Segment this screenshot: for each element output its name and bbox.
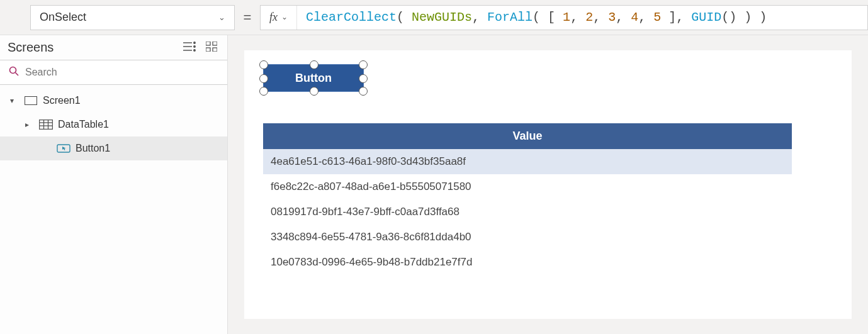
resize-handle-bottom-left[interactable] (259, 87, 268, 96)
tree-item-label: DataTable1 (58, 119, 109, 130)
caret-icon[interactable]: ▾ (10, 96, 19, 105)
svg-point-3 (194, 42, 195, 43)
table-row[interactable]: 4ea61e51-c613-46a1-98f0-3d43bf35aa8f (263, 149, 792, 174)
chevron-down-icon: ⌄ (218, 13, 225, 22)
svg-rect-9 (213, 48, 217, 52)
table-row[interactable]: f6e8c22c-a807-48ad-a6e1-b55505071580 (263, 174, 792, 199)
fx-button[interactable]: fx ⌄ (261, 6, 297, 30)
table-row[interactable]: 3348c894-6e55-4781-9a36-8c6f81dda4b0 (263, 225, 792, 250)
search-icon (9, 66, 19, 79)
data-table[interactable]: Value 4ea61e51-c613-46a1-98f0-3d43bf35aa… (263, 123, 792, 275)
canvas-area: Button Value 4ea61e51-c613-46a1-98f0-3d4… (228, 35, 868, 334)
property-dropdown[interactable]: OnSelect ⌄ (30, 5, 235, 30)
resize-handle-middle-left[interactable] (259, 74, 268, 83)
caret-icon[interactable]: ▸ (25, 120, 34, 129)
data-table-body: 4ea61e51-c613-46a1-98f0-3d43bf35aa8ff6e8… (263, 149, 792, 275)
table-row[interactable]: 0819917d-9bf1-43e7-9bff-c0aa7d3ffa68 (263, 199, 792, 225)
formula-bar-row: OnSelect ⌄ = fx ⌄ ClearCollect( NewGUIDs… (0, 0, 868, 35)
tree-item[interactable]: Button1 (0, 136, 227, 160)
resize-handle-bottom-right[interactable] (359, 87, 368, 96)
resize-handle-top-right[interactable] (359, 60, 368, 69)
formula-bar[interactable]: fx ⌄ ClearCollect( NewGUIDs, ForAll( [ 1… (260, 5, 868, 30)
button-icon (57, 143, 70, 154)
svg-rect-8 (206, 48, 210, 52)
tree-view-title: Screens (8, 40, 54, 55)
svg-rect-7 (213, 42, 217, 45)
tree-item-label: Screen1 (43, 95, 81, 106)
chevron-down-icon: ⌄ (281, 13, 288, 22)
resize-handle-bottom-center[interactable] (310, 87, 318, 96)
svg-rect-12 (40, 120, 53, 130)
svg-point-10 (10, 67, 16, 74)
screen-tree: ▾Screen1▸DataTable1Button1 (0, 85, 227, 164)
data-table-header[interactable]: Value (263, 123, 792, 149)
formula-text[interactable]: ClearCollect( NewGUIDs, ForAll( [ 1, 2, … (297, 10, 867, 25)
tree-item[interactable]: ▾Screen1 (0, 89, 227, 113)
resize-handle-top-center[interactable] (310, 60, 318, 69)
property-dropdown-value: OnSelect (40, 11, 86, 24)
list-view-icon[interactable] (183, 40, 196, 55)
screen-stage[interactable]: Button Value 4ea61e51-c613-46a1-98f0-3d4… (244, 50, 852, 319)
thumbnail-view-icon[interactable] (206, 40, 217, 55)
resize-handle-top-left[interactable] (259, 60, 268, 69)
tree-view-panel: Screens ▾Screen1▸DataTable1Button1 (0, 35, 228, 334)
svg-point-5 (194, 50, 195, 51)
button-control[interactable]: Button (263, 64, 364, 92)
selected-control-wrapper: Button (263, 64, 364, 92)
datatable-icon (39, 119, 53, 130)
search-box[interactable] (0, 60, 227, 85)
fx-label: fx (269, 11, 278, 24)
tree-view-header: Screens (0, 35, 227, 60)
button-control-text: Button (295, 72, 332, 85)
table-row[interactable]: 10e0783d-0996-4e65-9b48-b7ddb21e7f7d (263, 250, 792, 275)
svg-rect-6 (206, 42, 210, 45)
tree-item-label: Button1 (76, 143, 110, 154)
svg-line-11 (16, 73, 19, 76)
equals-label: = (235, 9, 260, 26)
resize-handle-middle-right[interactable] (359, 74, 368, 83)
svg-point-4 (194, 46, 195, 47)
search-input[interactable] (25, 67, 218, 78)
tree-item[interactable]: ▸DataTable1 (0, 113, 227, 136)
screen-icon (24, 95, 38, 106)
tree-view-header-icons (183, 40, 217, 55)
main-area: Screens ▾Screen1▸DataTable1Button1 Bu (0, 35, 868, 334)
